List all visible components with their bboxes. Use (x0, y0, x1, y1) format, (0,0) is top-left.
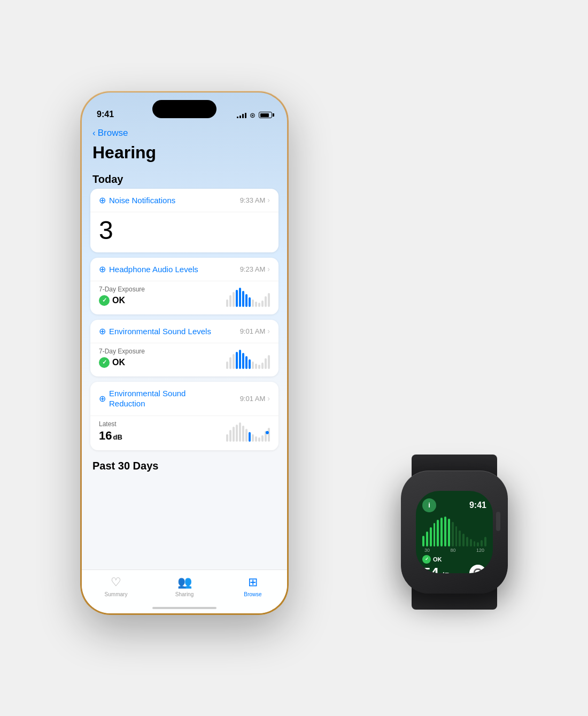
noise-notifications-card: ⊕ Noise Notifications 9:33 AM › 3 (90, 189, 278, 252)
env-sound-bars (226, 348, 270, 369)
environmental-sound-time: 9:01 AM › (240, 327, 270, 335)
chevron-right-icon-4: › (267, 394, 270, 403)
env-reduction-unit: dB (113, 433, 122, 441)
env-sound-ok-icon: ✓ (99, 357, 110, 368)
summary-heart-icon: ♡ (111, 575, 121, 589)
noise-notifications-title: Noise Notifications (109, 196, 175, 205)
watch-time: 9:41 (469, 501, 486, 510)
watch-sound-bars (422, 517, 486, 546)
watch-top-row: i 9:41 (422, 498, 486, 512)
headphone-ok-badge: ✓ OK (99, 295, 145, 306)
tab-browse[interactable]: ⊞ Browse (219, 575, 287, 597)
summary-tab-label: Summary (105, 591, 128, 597)
headphone-sound-bars (226, 286, 270, 307)
environmental-sound-header-row[interactable]: ⊕ Environmental Sound Levels 9:01 AM › (90, 320, 278, 343)
iphone: 9:41 ⊛ ‹ (80, 91, 289, 615)
home-indicator (152, 607, 216, 609)
noise-notifications-header-row[interactable]: ⊕ Noise Notifications 9:33 AM › (90, 189, 278, 212)
env-sound-exposure-label: 7-Day Exposure (99, 348, 145, 355)
environmental-sound-body: 7-Day Exposure ✓ OK (90, 343, 278, 376)
tab-sharing[interactable]: 👥 Sharing (150, 575, 219, 597)
bar1 (237, 117, 238, 118)
ear-icon-3: ⊕ (99, 326, 106, 336)
watch-ok-row: ✓ OK (422, 555, 486, 564)
bar3 (242, 114, 244, 118)
environmental-sound-title-row: ⊕ Environmental Sound Levels (99, 326, 211, 336)
tab-summary[interactable]: ♡ Summary (82, 575, 150, 597)
status-icons: ⊛ (237, 111, 272, 119)
headphone-exposure-label: 7-Day Exposure (99, 286, 145, 293)
ear-icon-4: ⊕ (99, 394, 106, 404)
watch-db-value: 54 dB (422, 565, 450, 573)
env-reduction-header-row[interactable]: ⊕ Environmental Sound Reduction 9:01 AM … (90, 382, 278, 416)
watch-scale: 30 80 120 (422, 548, 486, 553)
headphone-ok-icon: ✓ (99, 295, 110, 306)
env-sound-ok-text: OK (112, 358, 125, 367)
noise-notifications-title-row: ⊕ Noise Notifications (99, 195, 175, 205)
wifi-icon: ⊛ (250, 111, 256, 119)
watch-db-row: 54 dB 🎧 (422, 565, 486, 573)
env-reduction-body: Latest 16 dB (90, 416, 278, 450)
chevron-right-icon-2: › (267, 265, 270, 273)
watch-scale-high: 120 (476, 548, 484, 553)
watch-scale-low: 30 (424, 548, 430, 553)
back-navigation[interactable]: ‹ Browse (82, 124, 287, 141)
past30-section-header: Past 30 Days (82, 456, 287, 475)
headphone-ok-text: OK (112, 296, 125, 305)
env-reduction-value-info: Latest 16 dB (99, 420, 122, 443)
tab-bar: ♡ Summary 👥 Sharing ⊞ Browse (82, 569, 287, 613)
environmental-sound-card: ⊕ Environmental Sound Levels 9:01 AM › 7… (90, 320, 278, 376)
watch-db-unit: dB (440, 571, 450, 573)
ear-icon-1: ⊕ (99, 195, 106, 205)
env-sound-ok-badge: ✓ OK (99, 357, 145, 368)
bar4 (245, 113, 246, 118)
battery-icon (259, 112, 272, 118)
bar2 (239, 116, 241, 118)
chevron-right-icon-3: › (267, 327, 270, 335)
env-reduction-value: 16 dB (99, 429, 122, 443)
headphone-audio-time: 9:23 AM › (240, 265, 270, 273)
watch-crown (496, 512, 500, 531)
watch-scale-mid: 80 (450, 548, 455, 553)
watch-info-button[interactable]: i (422, 498, 436, 512)
chevron-right-icon-1: › (267, 196, 270, 204)
signal-bars-icon (237, 112, 246, 118)
env-sound-exposure-info: 7-Day Exposure ✓ OK (99, 348, 145, 368)
dynamic-island (152, 100, 216, 118)
watch-ok-text: OK (433, 556, 442, 563)
sharing-tab-label: Sharing (175, 591, 194, 597)
env-reduction-title-row: ⊕ Environmental Sound Reduction (99, 388, 216, 409)
watch-screen: i 9:41 30 80 120 ✓ OK (416, 491, 493, 573)
headphone-audio-body: 7-Day Exposure ✓ OK (90, 281, 278, 314)
watch-body: i 9:41 30 80 120 ✓ OK (401, 471, 508, 594)
noise-notifications-time: 9:33 AM › (240, 196, 270, 204)
status-time: 9:41 (97, 110, 114, 119)
headphone-audio-title-row: ⊕ Headphone Audio Levels (99, 264, 198, 274)
headphone-exposure-info: 7-Day Exposure ✓ OK (99, 286, 145, 306)
back-chevron-icon: ‹ (92, 128, 96, 138)
environmental-sound-title: Environmental Sound Levels (109, 327, 211, 336)
browse-grid-icon: ⊞ (248, 575, 258, 589)
env-reduction-time: 9:01 AM › (240, 394, 270, 403)
apple-watch: i 9:41 30 80 120 ✓ OK (390, 455, 519, 610)
headphone-audio-header-row[interactable]: ⊕ Headphone Audio Levels 9:23 AM › (90, 258, 278, 281)
battery-fill (260, 113, 269, 117)
env-sound-reduction-card: ⊕ Environmental Sound Reduction 9:01 AM … (90, 382, 278, 450)
env-reduction-bars (226, 420, 270, 442)
sharing-people-icon: 👥 (177, 575, 192, 589)
today-section-header: Today (82, 169, 287, 189)
env-reduction-latest-label: Latest (99, 420, 122, 428)
page-title: Hearing (82, 141, 287, 169)
headphone-audio-card: ⊕ Headphone Audio Levels 9:23 AM › 7-Day… (90, 258, 278, 314)
noise-count-value: 3 (90, 212, 278, 252)
watch-airpods-icon: 🎧 (469, 565, 486, 573)
browse-tab-label: Browse (244, 591, 261, 597)
headphone-audio-title: Headphone Audio Levels (109, 265, 198, 274)
env-reduction-title: Environmental Sound Reduction (109, 388, 216, 409)
watch-ok-icon: ✓ (422, 555, 431, 564)
ear-icon-2: ⊕ (99, 264, 106, 274)
app-content: ‹ Browse Hearing Today ⊕ Noise Notificat… (82, 124, 287, 613)
back-label: Browse (98, 128, 128, 138)
